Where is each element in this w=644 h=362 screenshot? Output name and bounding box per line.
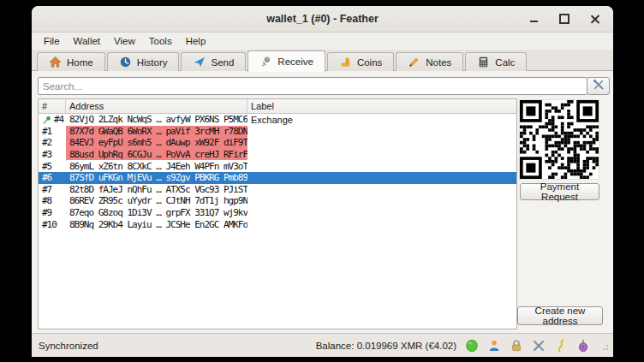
network-status-icon[interactable] [464, 338, 479, 353]
search-input[interactable] [38, 77, 587, 95]
column-header-num[interactable]: # [39, 99, 66, 113]
create-address-button[interactable]: Create new address [517, 306, 603, 325]
row-label: Exchange [247, 114, 516, 126]
table-row[interactable]: #687SfD uFKGn MjEVu … s9Zgv PBKRG Pmb89 [39, 172, 516, 184]
row-number: #3 [42, 149, 51, 160]
tab-notes[interactable]: Notes [396, 52, 463, 71]
tab-coins[interactable]: Coins [327, 52, 394, 71]
row-number-cell: #1 [39, 126, 66, 138]
app-window: wallet_1 (#0) - Feather FileWalletViewTo… [32, 6, 613, 357]
row-number: #10 [42, 219, 57, 230]
pin-icon [42, 115, 52, 125]
row-address: 87eqo G8zoq 1Di3V … grpFX 331Q7 wj9kv [66, 207, 247, 219]
row-number-cell: #9 [39, 207, 66, 219]
column-header-label[interactable]: Label [247, 99, 516, 113]
status-right: Balance: 0.019969 XMR (€4.02) [316, 338, 608, 353]
close-icon [591, 15, 599, 23]
table-row[interactable]: #187X7d GWaQB 6WoRX … paVif 3rcMH r78DN [39, 126, 516, 138]
right-panel: Payment Request Create new address [519, 98, 608, 329]
table-row[interactable]: #987eqo G8zoq 1Di3V … grpFX 331Q7 wj9kv [39, 207, 516, 219]
row-number-cell: #3 [39, 149, 66, 161]
home-icon [49, 56, 62, 68]
wrench-icon [593, 79, 605, 93]
balance-label: Balance: 0.019969 XMR (€4.02) [316, 341, 456, 351]
row-number-cell: #6 [39, 172, 66, 184]
column-header-address[interactable]: Address [66, 99, 247, 113]
table-row[interactable]: #482VjQ 2LZqk NcWqS … avfyW PX6NS P5MC6E… [39, 114, 516, 126]
row-label [247, 160, 516, 172]
row-number: #8 [42, 195, 51, 206]
tab-label: Home [67, 57, 93, 68]
row-address: 8B9Nq 29Kb4 Layiu … JCSHe En2GC AMKFo [66, 218, 247, 230]
receive-icon [259, 56, 272, 68]
row-number: #9 [42, 207, 51, 218]
tab-label: Receive [277, 56, 313, 67]
coins-icon [339, 56, 352, 68]
tab-label: Send [211, 57, 234, 68]
row-number: #6 [42, 172, 51, 183]
seed-icon[interactable] [553, 338, 568, 353]
tor-icon[interactable] [575, 338, 590, 353]
table-header: #AddressLabel [39, 99, 516, 114]
tab-bar: HomeHistorySendReceiveCoinsNotesCalc [32, 50, 613, 70]
tab-send[interactable]: Send [181, 52, 246, 71]
send-icon [193, 56, 206, 68]
tab-label: Coins [357, 57, 382, 68]
payment-request-button[interactable]: Payment Request [520, 183, 599, 200]
window-controls [524, 6, 605, 32]
row-label [247, 218, 516, 230]
lock-icon[interactable] [509, 338, 523, 353]
search-options-button[interactable] [587, 77, 610, 95]
minimize-icon [530, 21, 538, 22]
row-number-cell: #8 [39, 195, 66, 207]
row-label [247, 195, 516, 207]
tab-label: History [137, 57, 168, 68]
row-address: 88usd UphRq 6CGJu … PoVvA creHJ RFirF [66, 149, 247, 161]
table-row[interactable]: #782t8D fAJeJ nQhFu … ATX5c VGc93 PJiST [39, 184, 516, 196]
row-address: 82VjQ 2LZqk NcWqS … avfyW PX6NS P5MC6 [66, 114, 247, 126]
row-number: #2 [42, 137, 51, 148]
tab-history[interactable]: History [107, 52, 180, 71]
row-label [247, 137, 516, 149]
menubar: FileWalletViewToolsHelp [32, 33, 613, 50]
row-number: #7 [42, 184, 51, 195]
close-button[interactable] [586, 9, 605, 28]
notes-icon [408, 56, 420, 68]
row-number-cell: #4 [39, 114, 66, 126]
tab-label: Calc [495, 57, 515, 68]
account-icon[interactable] [486, 338, 501, 353]
tab-receive[interactable]: Receive [247, 50, 325, 72]
resize-grip[interactable] [599, 341, 608, 350]
tools-icon[interactable] [531, 338, 546, 353]
receive-pane: #AddressLabel #482VjQ 2LZqk NcWqS … avfy… [32, 70, 613, 333]
titlebar[interactable]: wallet_1 (#0) - Feather [32, 6, 613, 33]
menu-tools[interactable]: Tools [142, 34, 179, 48]
tab-calc[interactable]: Calc [465, 52, 527, 71]
row-number-cell: #10 [39, 218, 66, 230]
table-row[interactable]: #108B9Nq 29Kb4 Layiu … JCSHe En2GC AMKFo [39, 218, 516, 230]
menu-file[interactable]: File [37, 34, 67, 48]
minimize-button[interactable] [524, 9, 543, 28]
row-address: 82t8D fAJeJ nQhFu … ATX5c VGc93 PJiST [66, 184, 247, 196]
menu-view[interactable]: View [107, 34, 142, 48]
row-address: 86ymL xZ6tn 8CXkC … J4Eeh W4PFn mV3oT [66, 160, 247, 172]
calc-icon [477, 56, 490, 68]
tab-home[interactable]: Home [37, 52, 105, 71]
menu-help[interactable]: Help [179, 34, 213, 48]
row-address: 86REV ZR95c uYydr … CJtNH 7dT1j hgp9N [66, 195, 247, 207]
row-number: #1 [42, 126, 51, 137]
maximize-icon [559, 14, 569, 24]
table-row[interactable]: #388usd UphRq 6CGJu … PoVvA creHJ RFirF [39, 149, 516, 161]
table-row[interactable]: #284EVJ eyFpU s6mh5 … dAuwp xW92F diF9T [39, 137, 516, 149]
maximize-button[interactable] [555, 9, 574, 28]
row-label [247, 149, 516, 161]
qr-code[interactable] [519, 99, 599, 180]
row-label [247, 184, 516, 196]
row-address: 87SfD uFKGn MjEVu … s9Zgv PBKRG Pmb89 [66, 172, 247, 184]
table-row[interactable]: #586ymL xZ6tn 8CXkC … J4Eeh W4PFn mV3oT [39, 160, 516, 172]
table-row[interactable]: #886REV ZR95c uYydr … CJtNH 7dT1j hgp9N [39, 195, 516, 207]
row-number: #5 [42, 161, 51, 172]
menu-wallet[interactable]: Wallet [67, 34, 108, 48]
address-table: #AddressLabel #482VjQ 2LZqk NcWqS … avfy… [38, 98, 517, 329]
window-title: wallet_1 (#0) - Feather [266, 13, 379, 25]
